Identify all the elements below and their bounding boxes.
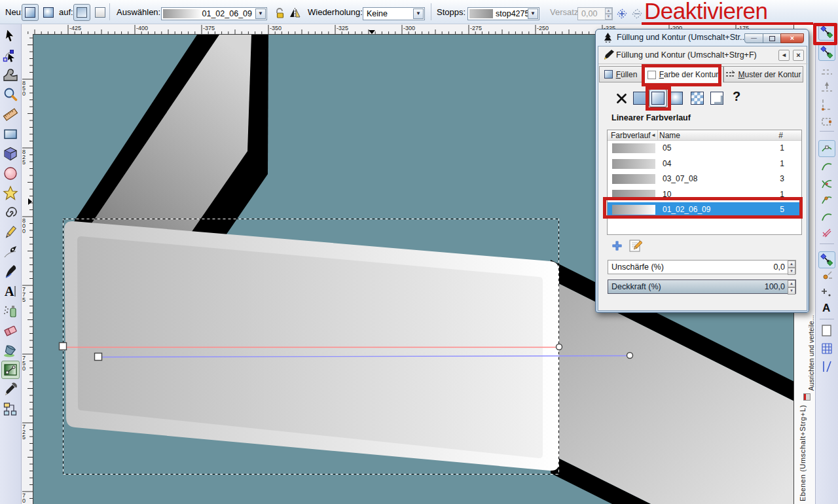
svg-text:-350: -350 — [270, 25, 282, 31]
svg-text:-400: -400 — [136, 25, 148, 31]
svg-text:-300: -300 — [403, 25, 415, 31]
svg-text:-375: -375 — [203, 25, 215, 31]
svg-text:A: A — [822, 302, 830, 314]
svg-text:0: 0 — [22, 90, 26, 97]
svg-text:-325: -325 — [337, 25, 348, 31]
svg-text:-250: -250 — [537, 25, 549, 31]
svg-text:A: A — [5, 284, 14, 298]
svg-text:-425: -425 — [69, 25, 81, 31]
svg-text:0: 0 — [22, 228, 26, 234]
svg-text:5: 5 — [22, 159, 26, 166]
svg-text:5: 5 — [22, 297, 26, 303]
svg-text:-275: -275 — [470, 25, 482, 31]
svg-text:0: 0 — [22, 365, 26, 372]
svg-text:5: 5 — [22, 434, 26, 441]
